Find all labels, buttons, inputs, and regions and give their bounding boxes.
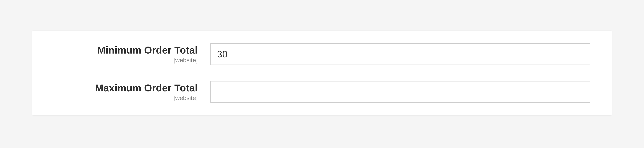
minimum-order-total-row: Minimum Order Total [website] (54, 43, 590, 65)
label-column: Minimum Order Total [website] (54, 43, 210, 64)
input-column (210, 43, 590, 65)
minimum-order-total-label: Minimum Order Total (54, 44, 198, 56)
label-column: Maximum Order Total [website] (54, 81, 210, 102)
maximum-order-total-label: Maximum Order Total (54, 82, 198, 94)
minimum-order-total-input[interactable] (210, 43, 590, 65)
maximum-order-total-row: Maximum Order Total [website] (54, 81, 590, 103)
maximum-order-total-scope: [website] (54, 95, 198, 102)
maximum-order-total-input[interactable] (210, 81, 590, 103)
input-column (210, 81, 590, 103)
config-card: Minimum Order Total [website] Maximum Or… (32, 31, 612, 115)
page-frame: Minimum Order Total [website] Maximum Or… (0, 0, 644, 148)
minimum-order-total-scope: [website] (54, 57, 198, 64)
